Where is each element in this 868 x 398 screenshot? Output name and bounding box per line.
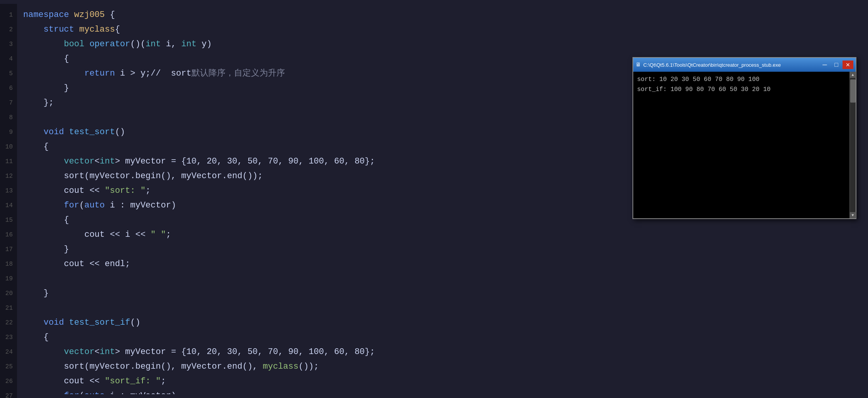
scrollbar-up-arrow[interactable]: ▲	[850, 72, 856, 78]
token-type: bool	[23, 37, 84, 52]
code-line: cout << "sort_if: ";	[17, 374, 868, 389]
token-type: int	[146, 37, 161, 52]
token-op: {	[105, 8, 115, 22]
token-op	[74, 22, 79, 37]
token-kw: struct	[23, 22, 74, 37]
token-op: }	[23, 81, 69, 96]
line-number: 17	[0, 242, 17, 257]
line-number: 16	[0, 228, 17, 242]
token-op: i,	[161, 37, 181, 52]
token-op: ()(	[130, 37, 146, 52]
code-line	[17, 272, 868, 286]
code-line: bool operator()(int i, int y)	[17, 37, 868, 52]
token-op: ()	[115, 125, 125, 140]
scrollbar-track	[850, 103, 856, 212]
code-line	[17, 301, 868, 315]
line-number: 19	[0, 272, 17, 286]
token-kw: void	[23, 315, 64, 330]
token-op: cout <<	[23, 374, 105, 389]
token-op: {	[115, 22, 120, 37]
line-number: 12	[0, 169, 17, 184]
token-op: {	[23, 330, 49, 345]
token-str: "sort_if: "	[105, 374, 161, 389]
token-type: int	[181, 37, 197, 52]
token-kw: auto	[84, 389, 105, 394]
line-number: 1	[0, 8, 17, 22]
terminal-window: 🖥 C:\Qt\Qt5.6.1\Tools\QtCreator\bin\qtcr…	[632, 57, 856, 219]
terminal-close-button[interactable]: ✕	[843, 61, 853, 69]
line-number: 11	[0, 154, 17, 169]
scrollbar-thumb[interactable]	[850, 79, 856, 103]
terminal-controls: ─ □ ✕	[819, 61, 853, 69]
line-number: 20	[0, 286, 17, 301]
token-kw: return	[23, 66, 115, 81]
token-kw: auto	[84, 198, 105, 213]
terminal-body[interactable]: sort: 10 20 30 50 60 70 80 90 100 sort_i…	[633, 72, 849, 218]
line-number: 27	[0, 389, 17, 398]
token-op: cout << i <<	[23, 228, 151, 242]
line-number: 21	[0, 301, 17, 315]
token-ns: wzj005	[74, 8, 105, 22]
terminal-minimize-button[interactable]: ─	[819, 61, 830, 69]
token-fn: test_sort	[69, 125, 115, 140]
token-op: ;	[161, 374, 166, 389]
token-kw: for	[23, 198, 79, 213]
token-op	[69, 8, 74, 22]
token-op: {	[23, 52, 69, 66]
token-op: i > y;// sort	[115, 66, 192, 81]
token-op: cout << endl;	[23, 257, 130, 272]
code-line: cout << endl;	[17, 257, 868, 272]
token-str: myclass	[263, 359, 298, 374]
terminal-titlebar: 🖥 C:\Qt\Qt5.6.1\Tools\QtCreator\bin\qtcr…	[633, 58, 856, 72]
token-op: (	[79, 389, 84, 394]
line-number: 15	[0, 213, 17, 228]
scrollbar-down-arrow[interactable]: ▼	[850, 212, 856, 218]
line-number: 2	[0, 22, 17, 37]
token-op	[64, 125, 69, 140]
code-line: {	[17, 330, 868, 345]
line-number: 22	[0, 315, 17, 330]
token-type: vector	[23, 154, 95, 169]
line-number: 5	[0, 66, 17, 81]
token-comment: 默认降序，自定义为升序	[192, 66, 285, 81]
line-numbers: 1234567891011121314151617181920212223242…	[0, 4, 17, 394]
code-line: struct myclass{	[17, 22, 868, 37]
token-op: }	[23, 242, 69, 257]
token-type: int	[100, 154, 115, 169]
terminal-title-icon: 🖥	[636, 62, 641, 68]
token-kw: for	[23, 389, 79, 394]
token-op: <	[95, 345, 100, 359]
token-op: {	[23, 213, 69, 228]
code-line: for(auto i : myVector)	[17, 389, 868, 394]
code-line: void test_sort_if()	[17, 315, 868, 330]
token-op: cout <<	[23, 184, 105, 198]
token-op: {	[23, 140, 49, 154]
token-op: (	[79, 198, 84, 213]
line-number: 13	[0, 184, 17, 198]
token-op: };	[23, 96, 54, 110]
code-line: vector<int> myVector = {10, 20, 30, 50, …	[17, 345, 868, 359]
code-line: }	[17, 286, 868, 301]
terminal-scrollbar[interactable]: ▲ ▼	[849, 72, 856, 218]
token-str: "sort: "	[105, 184, 146, 198]
token-op: <	[95, 154, 100, 169]
token-cls: myclass	[79, 22, 115, 37]
token-type: vector	[23, 345, 95, 359]
line-number: 23	[0, 330, 17, 345]
code-line: namespace wzj005 {	[17, 8, 868, 22]
line-number: 26	[0, 374, 17, 389]
token-op: y)	[197, 37, 212, 52]
token-op: ());	[298, 359, 319, 374]
token-op	[64, 315, 69, 330]
terminal-restore-button[interactable]: □	[831, 61, 842, 69]
token-op: sort(myVector.begin(), myVector.end());	[23, 169, 263, 184]
line-number: 7	[0, 96, 17, 110]
token-op: myVector = {10, 20, 30, 50, 70, 90, 100,…	[120, 345, 375, 359]
line-number: 8	[0, 110, 17, 125]
token-op: ;	[146, 184, 151, 198]
line-number: 25	[0, 359, 17, 374]
token-op: i : myVector)	[105, 389, 176, 394]
token-fn: test_sort_if	[69, 315, 130, 330]
terminal-output-line1: sort: 10 20 30 50 60 70 80 90 100	[637, 75, 846, 85]
line-number: 18	[0, 257, 17, 272]
